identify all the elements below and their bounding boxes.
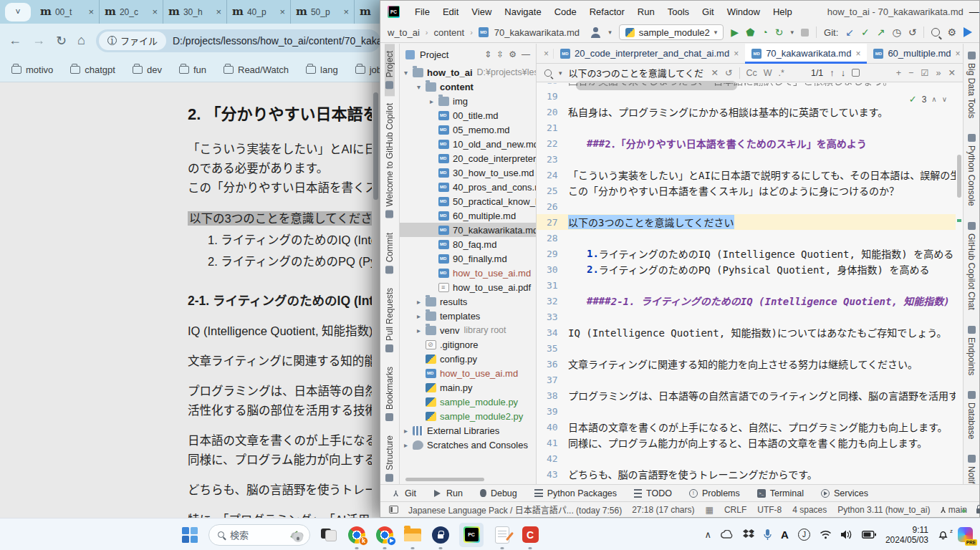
lock-icon[interactable] (976, 508, 980, 513)
line-number[interactable]: 20 (537, 107, 568, 117)
tree-chevron-icon[interactable] (417, 298, 426, 306)
tool-window-button[interactable]: Terminal (757, 488, 804, 498)
code-line[interactable]: 39 (537, 403, 956, 419)
find-in-selection-icon[interactable] (852, 69, 860, 77)
tool-window-button[interactable]: Git (392, 488, 416, 498)
tree-item[interactable]: 30_how_to_use.md (400, 165, 536, 180)
battery-icon[interactable] (862, 531, 876, 539)
close-find-bar-icon[interactable]: ✕ (948, 67, 956, 78)
tool-window-tab[interactable]: Bookmarks (385, 360, 395, 428)
code-line[interactable]: 26 (537, 198, 956, 214)
notifications-bell-icon[interactable]: z (938, 529, 948, 540)
tree-chevron-icon[interactable] (430, 97, 438, 105)
code-line[interactable]: 25 この「分かりやすい日本語を書くスキル」はどのように身につけるのか？ (537, 183, 956, 198)
tree-item[interactable]: how_to_use_ai.md (400, 366, 536, 380)
debug-button[interactable]: ⬟ (746, 27, 754, 37)
code-line[interactable]: 27 以下の3つのことを意識してください (537, 214, 956, 230)
search-icon[interactable] (544, 69, 552, 76)
layout-icon[interactable] (389, 506, 398, 513)
line-number[interactable]: 19 (537, 91, 568, 102)
menu-item[interactable]: Refactor (585, 5, 630, 19)
tree-item[interactable]: sample_module.py (400, 395, 536, 409)
bookmark-folder[interactable]: motivo (11, 64, 53, 75)
tree-item[interactable]: templates (400, 309, 536, 323)
line-number[interactable]: 27 (537, 217, 568, 228)
python-interpreter[interactable]: Python 3.11 (how_to_ai) (837, 505, 930, 515)
file-explorer-button[interactable] (403, 526, 422, 544)
tree-item[interactable]: 00_title.md (400, 108, 536, 122)
settings-gear-icon[interactable]: ⚙ (947, 27, 956, 37)
snagit-button[interactable]: C (521, 526, 539, 544)
coverage-button[interactable]: ↻ (775, 27, 784, 37)
git-branch-widget[interactable]: main (941, 505, 965, 515)
code-line[interactable]: 33 (537, 309, 956, 324)
code-line[interactable]: 22 ### 2．「分かりやすい日本語を書くためのスキル」を高めよう (537, 135, 956, 151)
tab-close-icon[interactable]: × (152, 6, 158, 17)
tool-window-tab[interactable]: Welcome to GitHub Copilot (385, 96, 395, 226)
ide-title-bar[interactable]: PC FileEditViewNavigateCodeRefactorRunTo… (380, 1, 979, 22)
tree-item[interactable]: 05_memo.md (400, 122, 536, 137)
tree-item[interactable]: 50_practical_know_ho (400, 194, 536, 208)
next-problem-icon[interactable]: ∨ (942, 95, 947, 103)
chrome-profile1-button[interactable]: k (347, 526, 366, 544)
tray-app-icon[interactable]: J (798, 529, 810, 541)
line-number[interactable]: 33 (537, 312, 568, 322)
bookmark-folder[interactable]: fun (179, 64, 206, 75)
menu-item[interactable]: View (466, 5, 496, 19)
menu-item[interactable]: Help (768, 5, 797, 19)
dropbox-icon[interactable]: z (743, 529, 754, 540)
start-button[interactable] (181, 526, 199, 544)
notepad-button[interactable] (493, 526, 511, 544)
tree-item[interactable]: 70_kakawarikata.md (400, 223, 536, 237)
whole-words-toggle[interactable]: W (764, 68, 772, 78)
tree-item[interactable]: how_to_use_ai.md (400, 266, 536, 280)
tree-item[interactable]: 20_code_interpreter_a (400, 151, 536, 165)
browser-tab-partial[interactable]: m (354, 0, 371, 24)
tree-item[interactable]: config.py (400, 352, 536, 366)
pycharm-taskbar-button[interactable]: PC (459, 523, 484, 547)
inspections-widget[interactable]: ✓ 3 ∧ ∨ (909, 94, 947, 105)
tree-item[interactable]: content (400, 79, 536, 94)
tab-close-icon[interactable]: × (734, 49, 739, 59)
tree-item[interactable]: .gitignore (400, 337, 536, 352)
tool-window-tab[interactable]: Commit (385, 226, 395, 281)
tree-item[interactable]: results (400, 294, 536, 309)
line-number[interactable]: 22 (537, 138, 568, 149)
editor-scrollbar[interactable] (956, 83, 963, 484)
match-case-toggle[interactable]: Cc (746, 68, 757, 78)
tree-item[interactable]: 90_finally.md (400, 251, 536, 266)
line-number[interactable]: 30 (537, 264, 568, 275)
previous-problem-icon[interactable]: ∧ (931, 95, 936, 103)
file-encoding[interactable]: UTF-8 (757, 505, 782, 515)
tree-chevron-icon[interactable] (417, 327, 426, 334)
tab-close-icon[interactable]: × (216, 6, 221, 17)
code-line[interactable]: 21 (537, 120, 956, 135)
tool-window-tab[interactable]: GitHub Copilot Chat (966, 214, 976, 318)
run-configuration-select[interactable]: sample_module2 ▾ (619, 24, 724, 40)
back-button[interactable]: ← (9, 33, 21, 48)
tree-item[interactable]: main.py (400, 380, 536, 395)
editor-tab[interactable]: 70_kakawarikata.md × (745, 44, 867, 64)
minimize-button[interactable]: — (969, 6, 979, 17)
tab-close-icon[interactable]: × (343, 6, 349, 17)
tool-window-button[interactable]: Python Packages (534, 488, 617, 498)
chevron-down-icon[interactable]: ▾ (791, 29, 794, 36)
bookmark-folder[interactable]: chatgpt (70, 64, 115, 75)
editor-tab[interactable]: 20_code_interpreter_and_chat_ai.md × (554, 44, 745, 64)
tool-window-tab[interactable]: Python Console (966, 126, 976, 214)
tree-chevron-icon[interactable] (404, 69, 413, 77)
code-line[interactable]: 43 どちらも、脳の言語野を使うトレーニングだからです。 (537, 466, 956, 482)
tree-chevron-icon[interactable] (404, 441, 413, 449)
editor-tab[interactable]: 60_multiple.md × (867, 44, 963, 64)
menu-item[interactable]: Code (549, 5, 582, 19)
hidden-icons-chevron[interactable]: ∧ (705, 529, 712, 540)
forward-button[interactable]: → (32, 33, 45, 48)
code-line[interactable]: 24 「こういう実装をしたい」とAIに日本語で説明するにしても、その日本語は、誤… (537, 167, 956, 183)
tool-window-tab[interactable]: Big Data Tools (966, 44, 976, 126)
project-horizontal-scrollbar[interactable] (405, 478, 484, 481)
code-line[interactable]: 35 (537, 340, 956, 356)
line-number[interactable]: 43 (537, 469, 568, 480)
profile-icon[interactable] (590, 27, 601, 38)
chevron-down-icon[interactable]: ▾ (608, 29, 612, 36)
menu-item[interactable]: Tools (663, 5, 694, 19)
